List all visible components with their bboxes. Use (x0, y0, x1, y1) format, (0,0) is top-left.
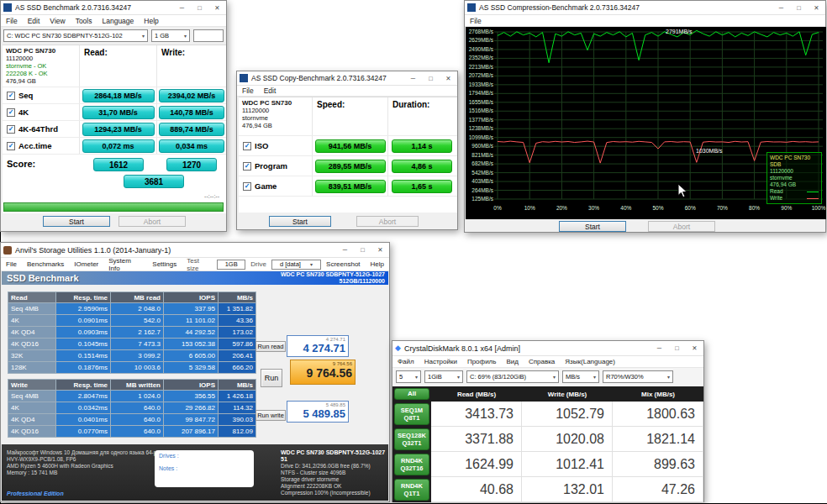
as-ssd-compression-benchmark-window: AS SSD Compression-Benchmark 2.0.7316.34… (464, 0, 826, 233)
menu-settings[interactable]: Settings (147, 260, 182, 268)
close-button[interactable]: ✕ (208, 1, 226, 14)
svg-text:1933MB/s: 1933MB/s (469, 81, 494, 87)
menu-settings[interactable]: Настройки (419, 358, 462, 365)
drives-notes-box[interactable]: Drives : Notes : (155, 450, 254, 487)
seq-checkbox[interactable]: ✓ (7, 92, 15, 100)
titlebar[interactable]: AS SSD Compression-Benchmark 2.0.7316.34… (465, 1, 825, 15)
maximize-button[interactable]: □ (191, 1, 208, 14)
menu-file[interactable]: File (465, 17, 487, 25)
test-count-select[interactable]: 5▾ (396, 370, 421, 383)
maximize-button[interactable]: □ (354, 243, 371, 257)
menu-screenshot[interactable]: Screenshot (321, 260, 365, 268)
abort-button[interactable]: Abort (648, 221, 715, 232)
iso-checkbox[interactable]: ✓ (243, 142, 251, 150)
mix-ratio-select[interactable]: R70%/W30%▾ (603, 370, 673, 383)
write-column-header: Write: (157, 45, 226, 87)
start-button[interactable]: Start (43, 216, 110, 227)
game-checkbox[interactable]: ✓ (243, 182, 251, 191)
rnd4k-q32t16-button[interactable]: RND4KQ32T16 (394, 454, 429, 475)
total-score: 3681 (124, 175, 184, 188)
svg-text:2490MB/s: 2490MB/s (469, 46, 494, 52)
acctime-row: ✓Acc.time 0,072 ms 0,034 ms (3, 138, 226, 155)
test-size-select[interactable]: 1GiB▾ (424, 370, 463, 383)
settings-row: 5▾ 1GiB▾ C: 69% (83/120GiB)▾ MB/s▾ R70%/… (392, 368, 703, 386)
svg-text:70%: 70% (717, 205, 728, 211)
test-size-select[interactable]: 1GB▾ (217, 260, 246, 270)
start-button[interactable]: Start (269, 216, 331, 227)
close-button[interactable]: ✕ (686, 341, 703, 355)
all-test-button[interactable]: All (394, 388, 429, 400)
menu-file[interactable]: File (237, 87, 259, 95)
chevron-down-icon: ▾ (308, 261, 318, 267)
menu-help[interactable]: Help (139, 17, 163, 25)
4k64-read-value: 1294,23 MB/s (82, 123, 155, 136)
menu-benchmarks[interactable]: Benchmarks (22, 260, 69, 268)
menu-tools[interactable]: Tools (71, 17, 97, 25)
menu-language[interactable]: Language (97, 17, 139, 25)
menu-edit[interactable]: Edit (259, 87, 282, 95)
disk-info-line: NTFS - Cluster size 4096B (281, 470, 388, 476)
titlebar[interactable]: AS SSD Copy-Benchmark 2.0.7316.34247 ─ □… (237, 71, 457, 86)
run-button[interactable]: Run (261, 369, 282, 387)
toolbar-field[interactable] (193, 29, 224, 42)
target-drive-select[interactable]: C: 69% (83/120GiB)▾ (466, 370, 559, 383)
menu-profile[interactable]: Профиль (462, 358, 502, 365)
minimize-button[interactable]: ─ (772, 1, 790, 14)
4k64-checkbox[interactable]: ✓ (7, 125, 15, 134)
menu-view[interactable]: View (45, 17, 70, 25)
titlebar[interactable]: ◆ CrystalDiskMark 8.0.1 x64 [Admin] ─ □ … (392, 341, 703, 356)
svg-text:1238MB/s: 1238MB/s (469, 125, 494, 131)
window-title: AS SSD Benchmark 2.0.7316.34247 (15, 3, 131, 12)
drive-info: WDC PC SN730 11120000 stornvme 476,94 GB (239, 97, 313, 135)
menu-system-info[interactable]: System Info (103, 257, 147, 272)
menu-language[interactable]: Язык(Language) (560, 358, 620, 365)
seq1m-q8t1-button[interactable]: SEQ1MQ8T1 (394, 403, 429, 425)
minimize-button[interactable]: ─ (404, 71, 422, 85)
unit-select[interactable]: MB/s▾ (562, 370, 599, 383)
minimize-button[interactable]: ─ (651, 341, 668, 355)
drive-select[interactable]: d [data]▾ (271, 260, 321, 270)
drive-id-line: 512GB/11120000 (281, 278, 385, 285)
svg-text:1655MB/s: 1655MB/s (469, 99, 494, 105)
menu-file[interactable]: File (1, 260, 22, 268)
menu-iometer[interactable]: IOmeter (69, 260, 103, 268)
disk-info-line: Storage driver stornvme (281, 476, 388, 483)
seq128k-q32t1-button[interactable]: SEQ128KQ32T1 (394, 428, 429, 450)
menu-file[interactable]: File (1, 17, 23, 25)
maximize-button[interactable]: □ (790, 1, 808, 14)
menu-help[interactable]: Help (366, 260, 389, 268)
4k-checkbox[interactable]: ✓ (7, 108, 15, 117)
close-button[interactable]: ✕ (808, 1, 825, 14)
table-row: 4K QD40.0903ms2 162.744 292.52173.02 (8, 327, 255, 338)
menu-file[interactable]: Файл (392, 358, 419, 365)
close-button[interactable]: ✕ (440, 71, 457, 85)
titlebar[interactable]: AS SSD Benchmark 2.0.7316.34247 ─ □ ✕ (1, 1, 226, 15)
close-button[interactable]: ✕ (371, 243, 389, 257)
start-button[interactable]: Start (559, 221, 626, 232)
abort-button[interactable]: Abort (119, 216, 186, 227)
abort-button[interactable]: Abort (356, 216, 419, 227)
minimize-button[interactable]: ─ (336, 243, 354, 257)
acctime-checkbox[interactable]: ✓ (7, 142, 15, 150)
compression-chart: 2768MB/s2629MB/s2490MB/s2352MB/s2213MB/s… (466, 27, 826, 219)
rnd4k-q1t1-button[interactable]: RND4KQ1T1 (394, 479, 429, 501)
maximize-button[interactable]: □ (668, 341, 686, 355)
run-write-button[interactable]: Run write (255, 410, 286, 421)
minimize-button[interactable]: ─ (173, 1, 191, 14)
chevron-down-icon: ▾ (413, 374, 418, 380)
menu-edit[interactable]: Edit (23, 17, 45, 25)
titlebar[interactable]: Anvil's Storage Utilities 1.1.0 (2014-Ja… (1, 243, 389, 258)
write-line-sample (807, 198, 819, 199)
menu-view[interactable]: Вид (501, 358, 523, 365)
menu-help[interactable]: Справка (524, 358, 560, 365)
run-read-button[interactable]: Run read (255, 341, 286, 352)
drive-select[interactable]: C: WDC PC SN730 SDBPNTY-512G-102▾ (3, 29, 148, 42)
game-row: ✓Game 839,51 MB/s 1,65 s (239, 176, 457, 197)
svg-text:90%: 90% (781, 205, 792, 211)
maximize-button[interactable]: □ (422, 71, 440, 85)
4k-row: ✓4K 31,70 MB/s 140,78 MB/s (3, 104, 226, 121)
edition-label[interactable]: Professional Edition (7, 491, 64, 496)
program-checkbox[interactable]: ✓ (243, 162, 251, 171)
test-size-select[interactable]: 1 GB▾ (151, 29, 190, 42)
write-table-header: Write Resp. time MB written IOPS MB/s (8, 380, 255, 390)
